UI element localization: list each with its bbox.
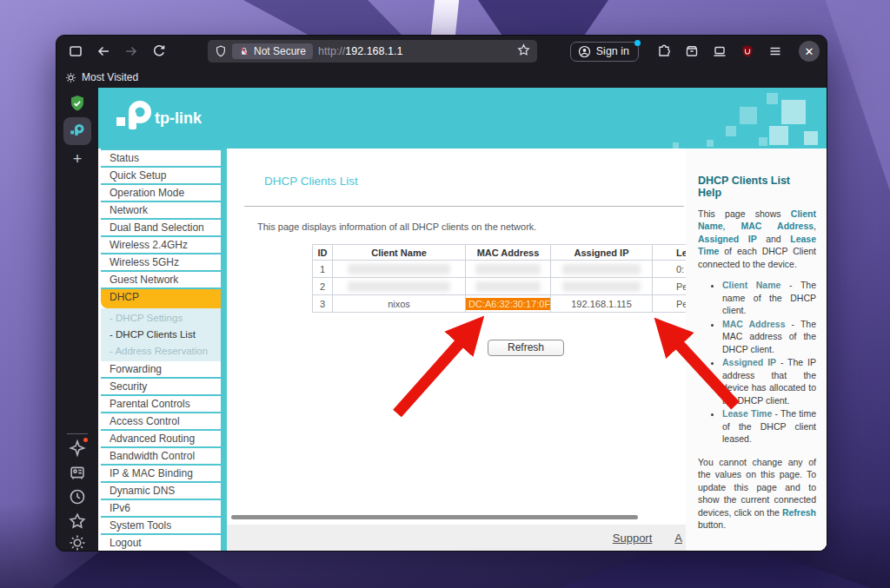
- redaction-blur: [475, 281, 541, 292]
- nav-dhcp-settings[interactable]: - DHCP Settings: [101, 310, 221, 327]
- nav-dhcp-clients-list[interactable]: - DHCP Clients List: [101, 327, 221, 343]
- help-bullet: Assigned IP - The IP address that the de…: [722, 356, 816, 406]
- shield-permissions-icon[interactable]: [215, 45, 227, 57]
- gear-icon: [65, 72, 76, 83]
- sign-in-button[interactable]: Sign in: [570, 42, 639, 62]
- header-mosaic: [673, 142, 679, 149]
- nav-wireless-5[interactable]: Wireless 5GHz: [101, 254, 221, 272]
- devices-box-icon[interactable]: [69, 464, 86, 481]
- nav-forwarding[interactable]: Forwarding: [101, 361, 221, 379]
- redaction-blur: [475, 264, 541, 274]
- main-content: DHCP Clients List This page displays inf…: [227, 149, 686, 551]
- help-bullet: Client Name - The name of the DHCP clien…: [722, 279, 816, 316]
- nav-system-tools[interactable]: System Tools: [101, 518, 221, 535]
- header-mosaic: [769, 126, 788, 145]
- page-title: DHCP Clients List: [264, 175, 358, 188]
- new-tab-button[interactable]: +: [69, 150, 86, 168]
- history-clock-icon[interactable]: [69, 488, 86, 505]
- nav-parental-controls[interactable]: Parental Controls: [101, 396, 221, 413]
- nav-bandwidth-control[interactable]: Bandwidth Control: [101, 448, 221, 466]
- nav-operation-mode[interactable]: Operation Mode: [101, 185, 221, 202]
- back-button[interactable]: [91, 40, 116, 63]
- not-secure-chip[interactable]: Not Secure: [232, 43, 313, 59]
- cell-ip-redacted: [551, 261, 653, 278]
- cell-id: 3: [313, 295, 333, 313]
- menu-hamburger-icon[interactable]: [766, 40, 785, 63]
- url-bar[interactable]: Not Secure http://192.168.1.1: [208, 40, 537, 63]
- notification-dot: [634, 40, 641, 46]
- horizontal-scrollbar[interactable]: [231, 515, 638, 519]
- help-intro: This page shows Client Name, MAC Address…: [698, 208, 816, 270]
- browser-toolbar: Not Secure http://192.168.1.1 Sign in: [56, 36, 827, 67]
- nav-security[interactable]: Security: [101, 379, 221, 396]
- cell-mac: DC:A6:32:30:17:0F: [466, 295, 551, 313]
- header-mosaic: [707, 140, 714, 147]
- nav-divider: [221, 149, 227, 551]
- sidebar-toggle-button[interactable]: [63, 40, 88, 63]
- page-footer: Support A: [227, 525, 686, 551]
- cell-lease: Pe: [653, 278, 687, 295]
- app-link-clipped[interactable]: A: [674, 532, 682, 545]
- account-icon: [578, 45, 591, 58]
- cell-ip: 192.168.1.115: [551, 295, 653, 313]
- window-close-button[interactable]: ✕: [799, 41, 820, 62]
- nav-quick-setup[interactable]: Quick Setup: [101, 168, 221, 185]
- redaction-blur: [562, 281, 641, 292]
- table-row: 1 0:: [313, 261, 687, 278]
- header-mosaic: [726, 126, 736, 136]
- shield-check-extension-icon[interactable]: [69, 95, 86, 112]
- help-bullet: MAC Address - The MAC address of the DHC…: [722, 318, 816, 355]
- settings-gear-icon[interactable]: [69, 534, 86, 552]
- security-label: Not Secure: [254, 45, 306, 57]
- nav-logout[interactable]: Logout: [101, 535, 221, 551]
- redaction-blur: [348, 281, 451, 292]
- col-lease-time: Lea: [653, 245, 687, 261]
- cell-client-name: nixos: [333, 295, 466, 313]
- sign-in-label: Sign in: [596, 45, 629, 57]
- forward-button[interactable]: [119, 40, 143, 63]
- url-text[interactable]: http://192.168.1.1: [318, 45, 402, 57]
- bookmark-star-icon[interactable]: [517, 43, 530, 60]
- lock-slash-icon: [239, 46, 249, 56]
- nav-ip-mac-binding[interactable]: IP & MAC Binding: [101, 466, 221, 483]
- computer-icon[interactable]: [710, 40, 729, 63]
- cell-id: 1: [313, 261, 333, 278]
- archive-box-icon[interactable]: [682, 40, 701, 63]
- nav-wireless-24[interactable]: Wireless 2.4GHz: [101, 237, 221, 254]
- nav-advanced-routing[interactable]: Advanced Routing: [101, 431, 221, 448]
- nav-dhcp[interactable]: DHCP: [101, 289, 221, 308]
- col-client-name: Client Name: [333, 245, 466, 261]
- reload-button[interactable]: [147, 40, 171, 63]
- ublock-origin-icon[interactable]: [738, 40, 757, 63]
- col-mac-address: MAC Address: [466, 245, 551, 261]
- table-row: 2 Pe: [313, 278, 687, 295]
- nav-dual-band[interactable]: Dual Band Selection: [101, 220, 221, 237]
- bookmarks-star-icon[interactable]: [69, 512, 86, 530]
- cell-mac-redacted: [466, 261, 551, 278]
- router-page: tp-link Status Quick Setup Ope: [98, 88, 827, 551]
- tplink-logo: tp-link: [112, 99, 242, 137]
- nav-access-control[interactable]: Access Control: [101, 413, 221, 431]
- extensions-icon[interactable]: [654, 40, 674, 63]
- nav-status[interactable]: Status: [101, 150, 221, 168]
- brand-text: tp-link: [155, 109, 203, 127]
- nav-ipv6[interactable]: IPv6: [101, 500, 221, 518]
- nav-dynamic-dns[interactable]: Dynamic DNS: [101, 483, 221, 500]
- url-host: 192.168.1.1: [345, 45, 402, 57]
- cell-ip-redacted: [551, 278, 653, 295]
- support-link[interactable]: Support: [613, 532, 653, 545]
- cell-lease: Pe: [653, 295, 687, 313]
- most-visited-label[interactable]: Most Visited: [82, 71, 138, 83]
- col-id: ID: [313, 245, 333, 261]
- tplink-header: tp-link: [98, 88, 827, 149]
- sparkle-icon[interactable]: [69, 439, 86, 457]
- active-tab-tplink[interactable]: [63, 117, 91, 145]
- nav-guest-network[interactable]: Guest Network: [101, 272, 221, 289]
- nav-network[interactable]: Network: [101, 202, 221, 220]
- refresh-button[interactable]: Refresh: [488, 340, 564, 356]
- mac-highlighted-selection: DC:A6:32:30:17:0F: [466, 298, 551, 310]
- nav-address-reservation[interactable]: - Address Reservation: [101, 343, 221, 360]
- cell-mac-redacted: [466, 278, 551, 295]
- redaction-blur: [562, 264, 641, 274]
- tabstrip-divider: [67, 433, 88, 434]
